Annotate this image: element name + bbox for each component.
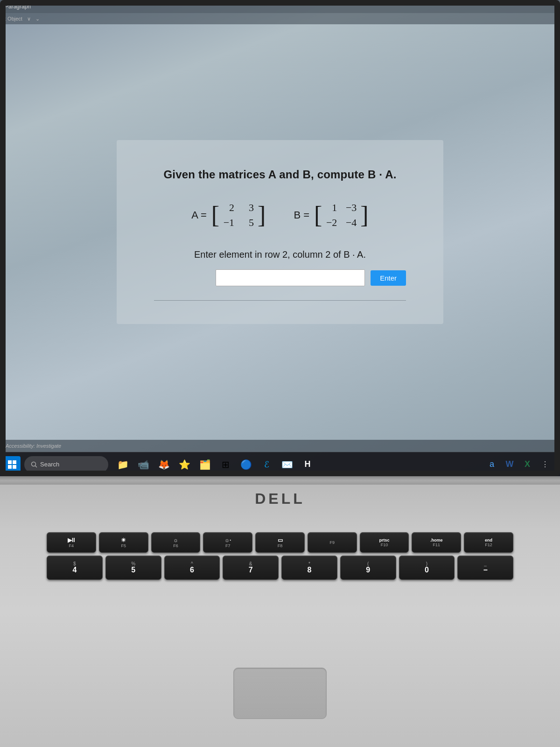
key-f12[interactable]: end F12 [464,532,513,553]
appgrid-icon-btn[interactable]: ⊞ [216,455,235,474]
word-icon-btn[interactable]: W [502,457,517,472]
num-key-row: $ 4 % 5 ^ 6 & 7 * 8 ( 9 [47,556,513,580]
matrix-a-r1c1: 2 [223,202,234,214]
matrix-b-r2c1: −2 [326,217,337,229]
screen-area: Paragraph t Object ∨ ⌄ Given the matrice… [0,0,560,476]
h-app-icon: H [305,459,311,469]
h-app-icon-btn[interactable]: H [298,455,317,474]
circle-app-icon-btn[interactable]: 🔵 [236,455,256,474]
laptop-body: DELL ▶II F4 ☀ F5 ☼ F6 ☼· F7 ▭ F8 [0,476,560,747]
touchpad[interactable] [233,668,327,719]
accessibility-bar: Accessibility: Investigate [0,440,560,452]
object-label: t Object [5,16,22,21]
matrix-a-r2c2: 5 [243,217,254,229]
key-6[interactable]: ^ 6 [164,556,220,580]
matrix-a-label: A = [191,209,206,221]
answer-input[interactable] [216,269,365,286]
key-f10[interactable]: prtsc F10 [360,532,409,553]
key-minus[interactable]: _ − [457,556,513,580]
active-dot [122,471,124,472]
store-icon: a [490,459,494,469]
keyboard-area: ▶II F4 ☀ F5 ☼ F6 ☼· F7 ▭ F8 F9 [47,532,513,583]
matrix-a-bracket-wrap: [ 2 3 −1 5 ] [211,200,266,231]
matrix-b-expr: B = [ 1 −3 −2 −4 ] [294,200,368,231]
key-4[interactable]: $ 4 [47,556,103,580]
key-f4[interactable]: ▶II F4 [47,532,96,553]
matrices-row: A = [ 2 3 −1 5 ] B = [154,200,406,231]
search-label: Search [40,461,59,468]
matrix-b-r2c2: −4 [345,217,357,229]
svg-rect-1 [13,460,16,464]
svg-rect-2 [8,465,12,469]
mail-icon-btn[interactable]: ✉️ [277,455,297,474]
search-icon [31,461,37,468]
file-explorer-icon: 📁 [117,459,129,470]
firefox-icon: 🦊 [158,459,170,470]
store-icon-btn[interactable]: a [484,457,499,472]
mail-icon: ✉️ [281,459,293,470]
word-icon: W [506,459,514,469]
key-5[interactable]: % 5 [105,556,161,580]
object-bar: t Object ∨ ⌄ [0,13,560,24]
key-f11[interactable]: .home F11 [412,532,461,553]
toolbar: Paragraph [0,0,560,13]
fn-key-row: ▶II F4 ☀ F5 ☼ F6 ☼· F7 ▭ F8 F9 [47,532,513,553]
svg-line-5 [35,465,37,467]
taskbar-icons: 📁 📹 🦊 ⭐ 🗂️ ⊞ [113,455,483,474]
svg-point-4 [32,462,36,466]
matrix-a-r1c2: 3 [243,202,254,214]
video-icon-btn[interactable]: 📹 [133,455,153,474]
key-8[interactable]: * 8 [281,556,337,580]
svg-rect-0 [8,460,12,464]
key-0[interactable]: ) 0 [399,556,455,580]
matrix-b-left-bracket: [ [314,203,322,227]
key-f7[interactable]: ☼· F7 [203,532,252,553]
problem-instruction: Enter element in row 2, column 2 of B · … [154,249,406,260]
matrix-b-bracket-wrap: [ 1 −3 −2 −4 ] [314,200,369,231]
enter-button[interactable]: Enter [371,270,406,286]
key-7[interactable]: & 7 [223,556,279,580]
dell-logo: DELL [255,490,305,507]
matrix-b-label: B = [294,209,309,221]
matrix-a-left-bracket: [ [211,203,219,227]
games-icon: ⭐ [179,459,190,470]
content-area: Given the matrices A and B, compute B · … [0,24,560,440]
accessibility-label: Accessibility: Investigate [6,443,61,449]
divider-line [154,300,406,301]
key-f9[interactable]: F9 [308,532,357,553]
taskbar-search[interactable]: Search [24,456,108,473]
games-icon-btn[interactable]: ⭐ [175,455,194,474]
edge-icon-btn[interactable]: ℰ [257,455,276,474]
excel-icon-btn[interactable]: X [520,457,535,472]
matrix-a-grid: 2 3 −1 5 [220,200,257,231]
excel-icon: X [525,459,530,469]
circle-app-icon: 🔵 [240,459,252,470]
answer-row: Enter [154,269,406,286]
start-button[interactable] [4,456,21,473]
edge-icon: ℰ [264,459,269,470]
matrix-b-right-bracket: ] [360,203,368,227]
matrix-a-expr: A = [ 2 3 −1 5 ] [191,200,266,231]
appgrid-icon: ⊞ [222,459,230,470]
folder-icon-btn[interactable]: 🗂️ [195,455,215,474]
taskbar: Search 📁 📹 🦊 ⭐ 🗂️ [0,452,560,476]
problem-title: Given the matrices A and B, compute B · … [154,168,406,181]
firefox-icon-btn[interactable]: 🦊 [154,455,174,474]
problem-container: Given the matrices A and B, compute B · … [117,140,443,324]
key-f8[interactable]: ▭ F8 [255,532,305,553]
taskbar-right: a W X ⋮ [484,457,556,472]
windows-icon [8,460,16,469]
matrix-a-r2c1: −1 [223,217,234,229]
matrix-a-right-bracket: ] [258,203,266,227]
matrix-b-grid: 1 −3 −2 −4 [323,200,359,231]
svg-rect-3 [13,465,16,469]
key-f6[interactable]: ☼ F6 [151,532,201,553]
key-f5[interactable]: ☀ F5 [99,532,148,553]
folder-icon: 🗂️ [199,459,211,470]
file-explorer-icon-btn[interactable]: 📁 [113,455,133,474]
key-9[interactable]: ( 9 [340,556,396,580]
paragraph-label: Paragraph [5,3,31,10]
more-icon-btn[interactable]: ⋮ [538,457,553,472]
hinge-area [0,476,560,485]
more-icon: ⋮ [541,460,549,469]
